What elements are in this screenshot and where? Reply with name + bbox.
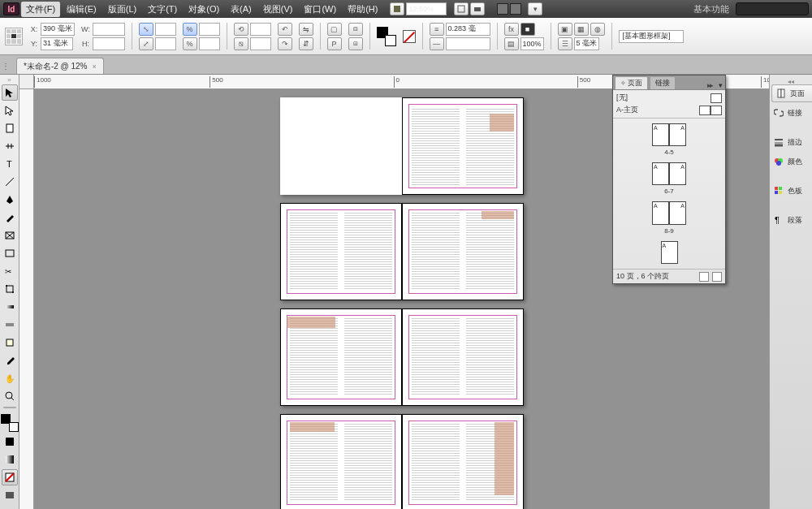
stroke-weight-field[interactable]: 0.283 毫	[446, 23, 490, 36]
gradient-feather-tool[interactable]	[2, 317, 18, 333]
opacity-field[interactable]: 100%	[520, 37, 544, 50]
free-transform-tool[interactable]	[2, 281, 18, 297]
panel-collapse-icon[interactable]: ▸▸	[707, 81, 712, 89]
direct-selection-tool[interactable]	[2, 102, 18, 119]
none-swatch-icon[interactable]	[403, 30, 416, 43]
view-options-icon[interactable]	[454, 2, 469, 15]
page-thumbnail[interactable]: AA	[652, 162, 686, 185]
wrap-offset-field[interactable]: 5 毫米	[574, 37, 600, 50]
select-container-icon[interactable]: ▢	[327, 23, 342, 36]
selection-tool[interactable]	[2, 84, 18, 101]
new-page-icon[interactable]	[699, 272, 709, 282]
workspace-label[interactable]: 基本功能	[689, 3, 734, 15]
hand-tool[interactable]: ✋	[2, 370, 18, 386]
scale-x2-field[interactable]	[199, 23, 220, 36]
reference-point[interactable]	[5, 28, 23, 45]
shear-field[interactable]	[250, 37, 271, 50]
collapse-handle-icon[interactable]: ⋮	[2, 58, 10, 74]
object-style-dropdown[interactable]: [基本图形框架]	[619, 30, 684, 43]
master-a-thumb[interactable]	[699, 106, 722, 115]
stroke-weight-icon[interactable]: ≡	[430, 23, 444, 36]
menu-help[interactable]: 帮助(H)	[343, 2, 382, 17]
menu-object[interactable]: 对象(O)	[184, 2, 224, 17]
spread[interactable]	[280, 308, 524, 406]
bridge-icon[interactable]	[390, 2, 404, 15]
eyedropper-tool[interactable]	[2, 352, 18, 369]
spread[interactable]	[280, 203, 524, 300]
pencil-tool[interactable]	[2, 209, 18, 226]
page-thumbnail[interactable]: AA	[652, 201, 686, 224]
zoom-tool[interactable]	[2, 388, 18, 404]
menu-view[interactable]: 视图(V)	[258, 2, 298, 17]
opacity-icon[interactable]: ▤	[504, 37, 519, 50]
scale-x2-icon[interactable]: %	[183, 23, 197, 36]
fill-stroke-swatch[interactable]	[377, 27, 396, 46]
menu-type[interactable]: 文字(T)	[143, 2, 182, 17]
screen-mode-icon[interactable]	[470, 2, 485, 15]
flip-v-icon[interactable]: ⇵	[299, 37, 313, 50]
note-tool[interactable]	[2, 334, 18, 351]
type-tool[interactable]: T	[2, 156, 18, 172]
master-none-label[interactable]: [无]	[616, 93, 628, 103]
wrap-shape-icon[interactable]: ◍	[590, 23, 605, 36]
page-thumbnail[interactable]: AA	[652, 123, 686, 146]
zoom-field[interactable]: 12.59%	[406, 2, 447, 15]
ruler-vertical[interactable]	[19, 89, 34, 509]
scale-y2-icon[interactable]: %	[183, 37, 197, 50]
stroke-style-field[interactable]	[446, 37, 490, 50]
fit-content-icon[interactable]: ⧈	[348, 23, 363, 36]
rotate-ccw-icon[interactable]: ↶	[278, 23, 292, 36]
pages-panel-tab-links[interactable]: 链接	[650, 76, 676, 89]
fit-frame-icon[interactable]: ⧇	[348, 37, 363, 50]
master-none-thumb[interactable]	[710, 93, 722, 103]
scale-x-field[interactable]	[155, 23, 176, 36]
pages-panel-tab-pages[interactable]: ✧ 页面	[615, 76, 648, 89]
dock-item-颜色[interactable]: 颜色	[770, 153, 812, 170]
scale-y-icon[interactable]: ⤢	[139, 37, 153, 50]
gradient-swatch-tool[interactable]	[2, 299, 18, 315]
rectangle-tool[interactable]	[2, 245, 18, 261]
dock-collapse-icon[interactable]: ◂◂	[770, 78, 812, 83]
fx-icon[interactable]: fx	[504, 23, 519, 36]
menu-layout[interactable]: 版面(L)	[103, 2, 141, 17]
rectangle-frame-tool[interactable]	[2, 227, 18, 244]
document-tab[interactable]: *未命名-2 @ 12% ×	[16, 58, 104, 74]
dock-item-色板[interactable]: 色板	[770, 182, 812, 200]
apply-color-icon[interactable]	[2, 434, 18, 450]
arrange-documents-icon[interactable]	[497, 3, 521, 15]
workspace-menu-icon[interactable]: ▾	[528, 2, 542, 15]
dock-item-页面[interactable]: 页面	[771, 84, 812, 102]
scale-y-field[interactable]	[155, 37, 176, 50]
close-tab-icon[interactable]: ×	[93, 63, 97, 71]
dock-item-链接[interactable]: 链接	[770, 104, 812, 122]
wrap-jump-icon[interactable]: ☰	[558, 37, 572, 50]
rotate-icon[interactable]: ⟲	[234, 23, 248, 36]
rotate-field[interactable]	[250, 23, 271, 36]
fill-stroke-tool-swatch[interactable]	[1, 414, 19, 432]
menu-table[interactable]: 表(A)	[226, 2, 257, 17]
apply-gradient-icon[interactable]	[2, 451, 18, 468]
panel-menu-icon[interactable]: ▾	[715, 81, 725, 89]
menu-edit[interactable]: 编辑(E)	[62, 2, 102, 17]
delete-page-icon[interactable]	[712, 272, 722, 282]
flip-h-icon[interactable]: ⇋	[299, 23, 313, 36]
master-a-label[interactable]: A-主页	[616, 105, 638, 115]
gap-tool[interactable]	[2, 138, 18, 154]
h-field[interactable]	[93, 37, 125, 50]
stroke-style-icon[interactable]: —	[430, 37, 444, 50]
canvas[interactable]: 100050005001000 ✧ 页面 链接 ▸▸ ▾ [无] A-主页 AA…	[19, 75, 769, 509]
screen-mode-tool-icon[interactable]	[2, 487, 18, 503]
page-thumbnail[interactable]: A	[661, 241, 678, 264]
search-input[interactable]	[736, 2, 809, 15]
y-field[interactable]: 31 毫米	[41, 37, 73, 50]
scissors-tool[interactable]: ✂	[2, 263, 18, 279]
scale-x-icon[interactable]: ⤡	[139, 23, 153, 36]
wrap-bbox-icon[interactable]: ▦	[574, 23, 589, 36]
rotate-cw-icon[interactable]: ↷	[278, 37, 292, 50]
ruler-origin[interactable]	[19, 75, 34, 89]
dock-item-描边[interactable]: 描边	[770, 133, 812, 151]
menu-file[interactable]: 文件(F)	[21, 2, 60, 17]
pen-tool[interactable]	[2, 192, 18, 208]
wrap-none-icon[interactable]: ▣	[558, 23, 572, 36]
tool-panel-grip[interactable]: »	[0, 76, 19, 83]
